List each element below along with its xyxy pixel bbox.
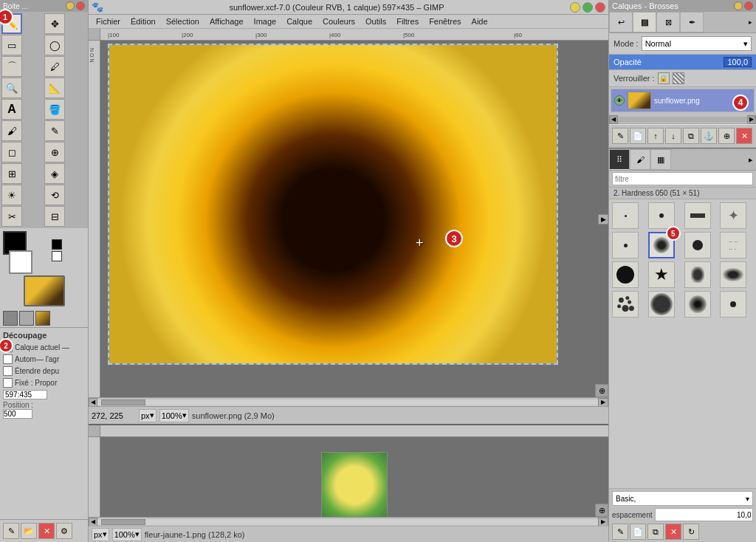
gimp-close-button[interactable] (595, 2, 605, 13)
bottom-hscroll-left-button[interactable]: ◀ (89, 518, 97, 526)
canvas-scroll-area-top[interactable]: 3 ▶ ⊕ (100, 41, 608, 397)
layer-scroll-left-button[interactable]: ◀ (609, 115, 618, 124)
layer-delete-button[interactable]: ✕ (736, 128, 752, 144)
brush-item-scatter-sm[interactable]: ·· ···· · (720, 232, 746, 258)
mode-select[interactable]: Normal ▾ (642, 36, 752, 51)
menu-calque[interactable]: Calque (282, 16, 317, 27)
tool-measure-button[interactable]: 📐 (44, 78, 65, 98)
brushes-tab-dots-active[interactable]: ⠿ (609, 149, 630, 170)
tool-transform-button[interactable]: ⟲ (44, 185, 65, 205)
tool-crop-button[interactable]: ✂ (1, 206, 22, 227)
brush-item-small-dot[interactable] (648, 202, 675, 229)
menu-affichage[interactable]: Affichage (205, 16, 248, 27)
toolbox-minimize-button[interactable] (66, 1, 75, 10)
brush-item-medium-hard[interactable] (684, 232, 711, 258)
option-checkbox-1[interactable] (3, 343, 13, 352)
tab-history-icon[interactable]: ↩ (609, 12, 633, 32)
layer-visibility-icon[interactable]: 👁 (614, 95, 625, 106)
brush-item-star[interactable]: ★ (648, 261, 675, 288)
brush-refresh-button[interactable]: ↻ (683, 524, 699, 540)
gimp-maximize-button[interactable] (583, 2, 593, 13)
brush-item-scatter[interactable] (612, 291, 639, 318)
menu-fichier[interactable]: Fichier (92, 16, 125, 27)
brushes-tab-brush[interactable]: 🖌 (630, 149, 650, 170)
brush-item-large[interactable] (612, 261, 639, 288)
brush-item-xsmall[interactable] (612, 202, 639, 229)
menu-aide[interactable]: Aide (467, 16, 492, 27)
layer-scroll-right-button[interactable]: ▶ (747, 115, 756, 124)
menu-selection[interactable]: Sélection (162, 16, 204, 27)
brush-delete-button[interactable]: ✕ (665, 524, 681, 540)
tool-paint-button[interactable]: 1 ✏️ (1, 13, 22, 34)
option-checkbox-3[interactable] (3, 366, 13, 376)
layer-merge-button[interactable]: ⊕ (718, 128, 735, 144)
bottom-image-area[interactable]: ⊕ (100, 437, 608, 517)
brush-item-fuzzy[interactable] (684, 291, 711, 318)
canvas-navigate-button[interactable]: ⊕ (595, 384, 608, 397)
tool-fill-button[interactable]: 🪣 (44, 99, 65, 120)
tab-layers-active[interactable]: ▤ (633, 12, 656, 32)
bottom-hscroll-right-button[interactable]: ▶ (598, 518, 608, 526)
brush-item-small-dot2[interactable] (612, 232, 639, 258)
tool-select-ellipse-button[interactable]: ◯ (44, 35, 65, 55)
hscroll-right-button[interactable]: ▶ (598, 398, 608, 407)
brush-item-blob1[interactable] (684, 261, 711, 288)
toolbox-close-button[interactable] (76, 1, 85, 10)
brush-preset-select[interactable]: Basic, ▾ (612, 491, 753, 506)
tool-clone-button[interactable]: ⊕ (44, 142, 65, 162)
bottom-navigate-button[interactable]: ⊕ (595, 504, 608, 517)
gimp-minimize-button[interactable] (570, 2, 580, 13)
layer-new-button[interactable]: 📄 (630, 128, 646, 144)
layer-scroll-track[interactable] (618, 117, 747, 123)
tool-move-button[interactable]: ✥ (44, 13, 65, 34)
tb-bottom-btn-1[interactable]: ✎ (3, 523, 19, 539)
tab-paths[interactable]: ✒ (680, 12, 704, 32)
tool-blur-button[interactable]: ◈ (44, 163, 65, 184)
bottom-zoom-selector[interactable]: 100% ▾ (112, 528, 142, 541)
layer-down-button[interactable]: ↓ (665, 128, 681, 144)
option-checkbox-2[interactable] (3, 354, 13, 364)
tool-text-button[interactable]: A (1, 99, 22, 120)
brushes-tab-pattern[interactable]: ▦ (650, 149, 671, 170)
brush-item-rect[interactable] (684, 202, 711, 229)
option-checkbox-4[interactable] (3, 378, 13, 388)
tool-lasso-button[interactable]: ⌒ (1, 56, 22, 77)
tool-dodge-button[interactable]: ☀ (1, 185, 22, 205)
background-color[interactable] (9, 250, 32, 274)
tool-eraser-button[interactable]: ◻ (1, 142, 22, 162)
size-input[interactable] (3, 390, 47, 399)
layer-duplicate-button[interactable]: ⧉ (683, 128, 699, 144)
tabs-expand-button[interactable]: ▸ (744, 12, 756, 32)
position-x-input[interactable] (3, 409, 32, 419)
brush-item-large2[interactable] (648, 291, 675, 318)
tool-heal-button[interactable]: ⊞ (1, 163, 22, 184)
tb-bottom-btn-2[interactable]: 📂 (21, 523, 37, 539)
bottom-hscroll-thumb[interactable] (101, 519, 145, 525)
tool-path-button[interactable]: 🖊 (44, 56, 65, 77)
bottom-hscroll-track[interactable] (97, 519, 598, 525)
lock-pixels-button[interactable]: 🔒 (658, 72, 670, 84)
tool-select-rect-button[interactable]: ▭ (1, 35, 22, 55)
opacity-value[interactable]: 100,0 (724, 57, 752, 67)
menu-outils[interactable]: Outils (361, 16, 391, 27)
canvas-unit-selector[interactable]: px ▾ (139, 409, 157, 422)
menu-filtres[interactable]: Filtres (392, 16, 423, 27)
tb-bottom-btn-3[interactable]: ✕ (38, 523, 55, 539)
brush-new-button[interactable]: 📄 (630, 524, 646, 540)
brush-item-plus[interactable]: ✦ (720, 202, 746, 229)
tb-bottom-btn-4[interactable]: ⚙ (56, 523, 72, 539)
brush-filter-input[interactable] (612, 172, 753, 185)
layer-anchor-button[interactable]: ⚓ (701, 128, 717, 144)
sunflower-canvas[interactable]: 3 (108, 44, 558, 365)
menu-couleurs[interactable]: Couleurs (318, 16, 360, 27)
tool-brush-button[interactable]: 🖌 (1, 120, 22, 141)
zoom-dropdown-icon[interactable]: ▾ (182, 411, 187, 420)
spacing-input[interactable] (655, 508, 753, 521)
hscroll-thumb-top[interactable] (101, 399, 145, 405)
brush-item-tiny[interactable] (720, 291, 746, 318)
hscroll-track-top[interactable] (97, 399, 598, 405)
tool-zoom-button[interactable]: 🔍 (1, 78, 22, 98)
tool-align-button[interactable]: ⊟ (44, 206, 65, 227)
brush-item-soft-medium[interactable]: 5 (648, 232, 675, 258)
layer-edit-button[interactable]: ✎ (612, 128, 628, 144)
